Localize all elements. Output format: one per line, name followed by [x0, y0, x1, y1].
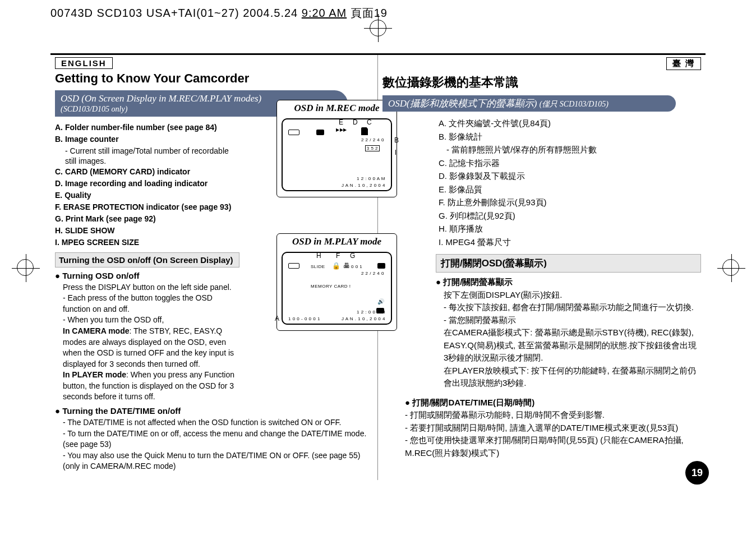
- section-turning-osd-en: Turning the OSD on/off (On Screen Displa…: [55, 252, 239, 268]
- pm-count: 0 0 1: [351, 264, 362, 269]
- quality-arrows-icon: ▶▶▶: [336, 127, 347, 132]
- column-chinese: 臺 灣 數位攝錄影機的基本常識 OSD(攝影和放映模式下的螢幕顯示) (僅只 S…: [378, 55, 706, 480]
- body-datetime-zh: ● 打開/關閉DATE/TIME(日期/時間) - 打開或關閉螢幕顯示功能時, …: [405, 396, 701, 460]
- screen-mplay: H F G A SLIDE 🔒 🖶 0 0 1 2 2 / 2 4 0 MEMO…: [282, 252, 392, 325]
- item-a-zh: A. 文件夾編號-文件號(見84頁): [439, 117, 701, 130]
- lang-chinese-label: 臺 灣: [666, 57, 701, 70]
- label-h: H: [316, 252, 321, 260]
- item-c-en: CARD (MEMORY CARD) indicator: [65, 167, 190, 176]
- registration-mark-left: [17, 259, 34, 276]
- item-b-zh: B. 影像統計: [439, 131, 701, 144]
- body-osd-zh: ● 打開/關閉螢幕顯示 按下左側面DISPLAY(顯示)按鈕. - 每次按下該按…: [436, 276, 701, 390]
- item-b-en: Image counter: [65, 135, 119, 144]
- heading-english: Getting to Know Your Camcorder: [55, 71, 373, 86]
- column-english: ENGLISH Getting to Know Your Camcorder O…: [50, 55, 378, 480]
- heading-chinese: 數位攝錄影機的基本常識: [382, 74, 701, 91]
- item-e-zh: E. 影像品質: [439, 183, 701, 196]
- item-i-zh: I. MPEG4 螢幕尺寸: [439, 236, 701, 249]
- content-columns: ENGLISH Getting to Know Your Camcorder O…: [50, 53, 706, 480]
- print-icon: 🖶: [343, 262, 350, 270]
- subheader-small-zh: (僅只 SCD103/D105): [540, 100, 609, 108]
- item-d-en: Image recording and loading indicator: [65, 179, 208, 188]
- item-g-zh: G. 列印標記(見92頁): [439, 210, 701, 223]
- section-turning-osd-zh: 打開/關閉OSD(螢幕顯示): [436, 254, 701, 273]
- item-e-en: Quality: [64, 191, 91, 200]
- tape-icon: [288, 130, 299, 135]
- label-g: G: [350, 252, 355, 260]
- item-h-zh: H. 順序播放: [439, 223, 701, 236]
- subheader-main-en: OSD (On Screen Display in M.REC/M.PLAY m…: [61, 93, 261, 104]
- battery-icon: [316, 130, 324, 135]
- sd-card-icon: [361, 127, 368, 135]
- page-number-badge: 19: [685, 461, 709, 485]
- body-datetime-en: - The DATE/TIME is not affected when the…: [63, 417, 373, 472]
- page: 00743D SCD103 USA+TAI(01~27) 2004.5.24 9…: [0, 0, 756, 491]
- memory-card-text: MEMORY CARD !: [311, 284, 351, 289]
- osd-items-zh: A. 文件夾編號-文件號(見84頁) B. 影像統計 - 當前靜態照片號/保存的…: [439, 117, 701, 248]
- folder-text: 1 0 0 - 0 0 0 1: [288, 316, 320, 321]
- subheader-chinese: OSD(攝影和放映模式下的螢幕顯示) (僅只 SCD103/D105): [382, 95, 676, 112]
- lock-icon: 🔒: [332, 262, 340, 270]
- item-i-en: MPEG SCREEN SIZE: [62, 238, 139, 247]
- tape-icon-2: [288, 263, 299, 269]
- screen-mrec: E D C B I ▶▶▶ 2 2 / 2 4 0 3 5 2 1 2 : 0 …: [282, 118, 392, 191]
- item-c-zh: C. 記憶卡指示器: [439, 157, 701, 170]
- body-osd-en: Press the DISPLAY button on the left sid…: [63, 282, 241, 403]
- item-a-en: Folder number-file number (see page 84): [65, 123, 217, 132]
- item-b-sub-zh: - 當前靜態照片號/保存的所有靜態照片數: [446, 144, 701, 156]
- bullet-osd-zh: ● 打開/關閉螢幕顯示: [436, 276, 701, 289]
- item-d-zh: D. 影像錄製及下載提示: [439, 170, 701, 183]
- osd-items-en: A. Folder number-file number (see page 8…: [55, 122, 239, 248]
- file-prefix: 00743D SCD103 USA+TAI(01~27) 2004.5.24: [50, 7, 302, 19]
- label-d: D: [353, 118, 358, 126]
- label-a: A: [275, 315, 279, 322]
- label-f: F: [336, 252, 340, 260]
- subheader-main-zh: OSD(攝影和放映模式下的螢幕顯示): [388, 98, 537, 109]
- registration-mark-right: [722, 259, 739, 276]
- slide-text: SLIDE: [311, 264, 325, 269]
- item-h-en: SLIDE SHOW: [65, 226, 115, 235]
- label-e: E: [339, 118, 343, 126]
- file-time: 9:20 AM: [302, 7, 347, 19]
- page-label: 頁面19: [351, 6, 388, 21]
- label-c: C: [367, 118, 372, 126]
- item-f-en: ERASE PROTECTION indicator (see page 93): [63, 202, 232, 211]
- bullet-datetime-zh: ● 打開/關閉DATE/TIME(日期/時間): [405, 396, 701, 409]
- item-f-zh: F. 防止意外刪除提示(見93頁): [439, 196, 701, 209]
- item-g-en: Print Mark (see page 92): [66, 214, 156, 223]
- lang-english-label: ENGLISH: [55, 57, 113, 69]
- bullet-datetime-en: ● Turning the DATE/TIME on/off: [55, 406, 373, 416]
- item-b-sub-en: - Current still image/Total number of re…: [65, 146, 239, 167]
